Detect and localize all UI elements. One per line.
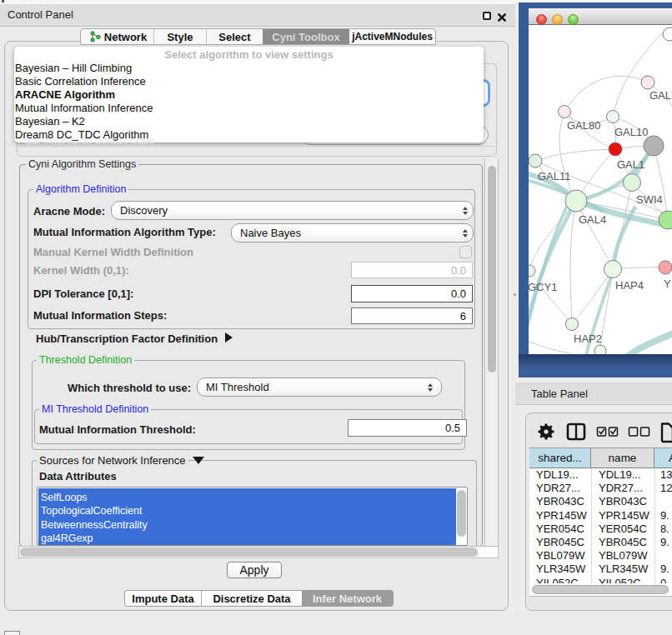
svg-text:GAL1: GAL1 xyxy=(617,158,644,171)
svg-text:HAP2: HAP2 xyxy=(574,332,602,345)
svg-text:GAL11: GAL11 xyxy=(538,170,571,182)
svg-text:SWI4: SWI4 xyxy=(636,193,663,206)
svg-text:GAL10: GAL10 xyxy=(614,126,648,138)
svg-text:Y: Y xyxy=(664,278,671,290)
svg-text:GAL4: GAL4 xyxy=(579,213,606,226)
svg-text:GAL7: GAL7 xyxy=(649,89,672,102)
svg-text:GAL80: GAL80 xyxy=(567,119,600,132)
svg-text:HAP4: HAP4 xyxy=(615,279,644,292)
svg-text:GCY1: GCY1 xyxy=(529,281,557,293)
